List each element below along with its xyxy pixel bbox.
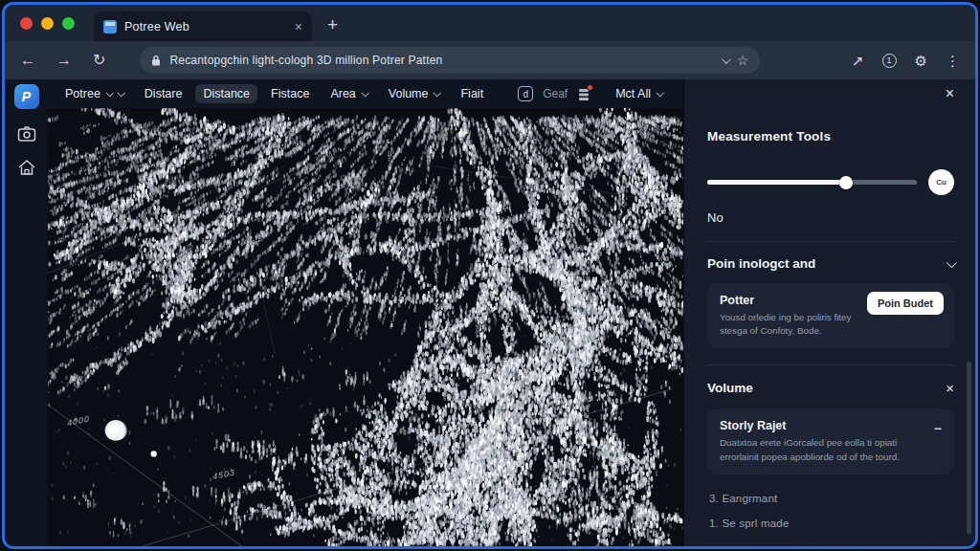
- slider-fill: [707, 180, 846, 185]
- tool-bar: Potree Distare Distance Fistace Area: [48, 79, 683, 108]
- volume-card: Storly Rajet Duatxtoa erete iGorcaled pe…: [707, 408, 954, 474]
- close-window-button[interactable]: [20, 17, 33, 30]
- panel-title: Measurement Tools: [707, 129, 954, 143]
- home-icon[interactable]: [17, 159, 36, 177]
- point-budget-card: Potter Yousd orledie ing be poliris fite…: [707, 283, 954, 348]
- desc-line: Duatxtoa erete iGorcaled pee eolla ti op…: [720, 437, 897, 448]
- settings-gear-icon[interactable]: ⚙: [915, 54, 927, 68]
- status-label: No: [707, 210, 954, 225]
- sidebar-scrollbar[interactable]: [967, 362, 971, 534]
- point-cloud-viewport[interactable]: 4000 4503: [48, 108, 683, 546]
- browser-tab[interactable]: Potree Web ×: [94, 11, 312, 41]
- toolbar-item-area[interactable]: Area: [323, 84, 374, 103]
- desc-line: stesga of Confoty, Bode.: [720, 325, 822, 336]
- content-area: P Potree Distare Distance: [5, 79, 975, 546]
- browser-window: Potree Web × + ← → ↻ Recantopgchin light…: [2, 2, 978, 549]
- point-cloud-canvas[interactable]: [48, 108, 683, 546]
- chevron-down-icon[interactable]: [947, 256, 957, 267]
- left-icon-rail: P: [5, 79, 48, 546]
- toolbar-label: Area: [330, 87, 355, 100]
- select-mode-dropdown[interactable]: Mct All: [608, 84, 670, 103]
- geaf-label: Geaf: [543, 87, 568, 100]
- point-section-title: Poin inologct and: [707, 256, 815, 271]
- collapse-minus-icon[interactable]: −: [934, 421, 942, 436]
- zoom-window-button[interactable]: [62, 17, 75, 30]
- toolbar-label: Distare: [145, 87, 183, 100]
- lock-icon: [151, 55, 161, 66]
- panel-body: Measurement Tools Cu No Poin inologct an…: [684, 108, 975, 536]
- toolbar-label: Distance: [203, 87, 250, 100]
- main-column: Potree Distare Distance Fistace Area: [48, 79, 683, 546]
- desc-line: errorlainit popea apobliorde od of the t…: [720, 452, 900, 462]
- reload-icon[interactable]: ↻: [93, 53, 105, 68]
- new-tab-button[interactable]: +: [327, 14, 338, 35]
- browser-actions: ↗ 1 ⚙ ⋮: [852, 54, 960, 68]
- list-item[interactable]: 1. Se sprl made: [707, 511, 954, 536]
- list-item[interactable]: 3. Eangrmant: [707, 486, 954, 511]
- slider-thumb[interactable]: [839, 176, 853, 189]
- panel-header: ×: [684, 79, 975, 108]
- kebab-menu-icon[interactable]: ⋮: [946, 54, 960, 68]
- title-bar: Potree Web × +: [5, 5, 975, 41]
- card-title: Storly Rajet: [720, 419, 942, 432]
- card-description: Duatxtoa erete iGorcaled pee eolla ti op…: [720, 436, 935, 463]
- tab-favicon: [103, 20, 117, 33]
- measurement-panel: × Measurement Tools Cu No Poin inologct …: [683, 79, 975, 546]
- toolbar-label: Fistace: [271, 87, 309, 100]
- volume-close-icon[interactable]: ×: [946, 380, 954, 396]
- chevron-down-icon: [105, 89, 113, 97]
- panel-close-icon[interactable]: ×: [946, 85, 954, 102]
- info-icon[interactable]: 1: [882, 54, 897, 68]
- address-bar[interactable]: Recantopgchin light-cologh 3D million Po…: [140, 47, 760, 74]
- tab-title: Potree Web: [124, 20, 287, 33]
- toolbar-item-volume[interactable]: Volume: [381, 84, 448, 103]
- chevron-down-icon: [656, 89, 663, 97]
- desc-line: Yousd orledie ing be poliris fitey: [720, 312, 851, 322]
- toolbar-item-fiait[interactable]: Fiait: [453, 84, 491, 103]
- potree-logo[interactable]: P: [14, 84, 39, 109]
- chevron-down-icon: [434, 89, 441, 97]
- toolbar-label: Fiait: [460, 87, 483, 100]
- toolbar-label: Potree: [65, 87, 100, 100]
- measurement-slider[interactable]: [707, 176, 917, 189]
- back-icon[interactable]: ←: [20, 53, 35, 68]
- toolbar-label: Volume: [389, 87, 429, 100]
- chevron-down-icon[interactable]: [722, 55, 731, 64]
- toolbar-item-distare[interactable]: Distare: [137, 84, 190, 103]
- slider-value-badge[interactable]: Cu: [928, 169, 954, 195]
- divider: [707, 241, 954, 242]
- card-description: Yousd orledie ing be poliris fitey stesg…: [720, 311, 882, 338]
- chevron-down-icon: [117, 89, 124, 97]
- bookmark-star-icon[interactable]: ☆: [737, 53, 749, 68]
- forward-icon[interactable]: →: [56, 53, 72, 68]
- volume-section-header[interactable]: Volume ×: [707, 380, 954, 396]
- divider: [707, 364, 954, 365]
- volume-item-list: 3. Eangrmant 1. Se sprl made: [707, 486, 954, 536]
- nav-bar: ← → ↻ Recantopgchin light-cologh 3D mill…: [5, 41, 975, 79]
- toolbar-item-potree[interactable]: Potree: [57, 84, 131, 103]
- slider-row: Cu: [707, 169, 954, 195]
- point-budget-button[interactable]: Poin Budet: [867, 292, 944, 315]
- volume-section-title: Volume: [707, 381, 753, 395]
- tab-close-icon[interactable]: ×: [295, 19, 302, 34]
- toolbar-icon-group: d Geaf Mct All: [518, 84, 674, 103]
- minimize-window-button[interactable]: [41, 17, 54, 30]
- share-icon[interactable]: ↗: [852, 54, 864, 68]
- url-text: Recantopgchin light-cologh 3D million Po…: [169, 54, 712, 67]
- layers-notification-icon[interactable]: [577, 87, 590, 101]
- point-section-header[interactable]: Poin inologct and: [707, 256, 954, 271]
- camera-icon[interactable]: [17, 125, 36, 143]
- screen: Potree Web × + ← → ↻ Recantopgchin light…: [0, 0, 980, 551]
- toolbar-item-fistace[interactable]: Fistace: [263, 84, 317, 103]
- select-mode-label: Mct All: [615, 87, 651, 100]
- toolbar-item-distance-active[interactable]: Distance: [195, 84, 257, 103]
- notification-dot: [587, 84, 593, 91]
- square-d-icon[interactable]: d: [518, 86, 533, 101]
- chevron-down-icon: [361, 89, 368, 97]
- traffic-lights: [5, 17, 90, 41]
